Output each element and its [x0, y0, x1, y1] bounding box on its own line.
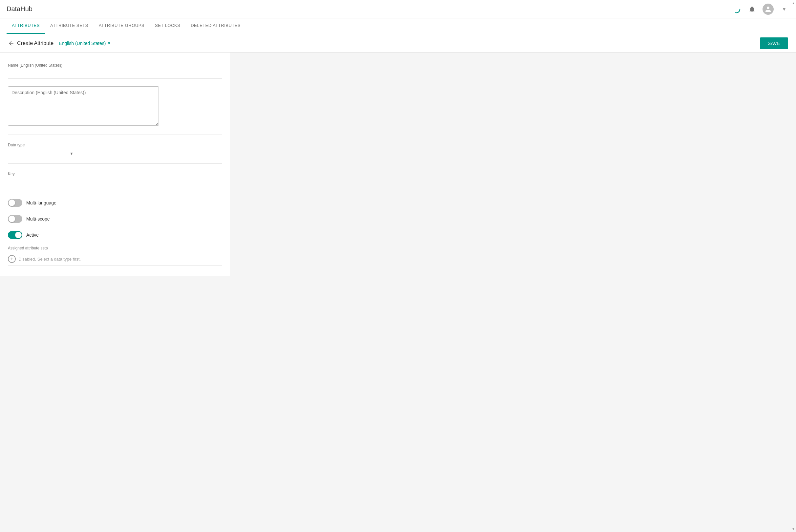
- multi-scope-label: Multi-scope: [26, 216, 50, 222]
- data-type-divider: [8, 164, 222, 164]
- name-input[interactable]: [8, 69, 222, 78]
- save-button[interactable]: SAVE: [760, 37, 788, 49]
- name-field-group: Name (English (United States)): [8, 63, 222, 78]
- multi-scope-toggle[interactable]: [8, 215, 22, 223]
- active-row: Active: [8, 227, 222, 243]
- name-label: Name (English (United States)): [8, 63, 222, 68]
- multi-language-label: Multi-language: [26, 200, 56, 206]
- assigned-sets-disabled-text: Disabled. Select a data type first.: [18, 256, 81, 262]
- nav-tabs: ATTRIBUTES ATTRIBUTE SETS ATTRIBUTE GROU…: [0, 18, 796, 34]
- data-type-field-group: Data type Text Number Boolean Date Selec…: [8, 143, 222, 158]
- key-input[interactable]: [8, 177, 113, 187]
- tab-attribute-sets[interactable]: ATTRIBUTE SETS: [45, 18, 94, 34]
- scrollbar: ▲ ▼: [791, 0, 796, 276]
- active-toggle[interactable]: [8, 231, 22, 239]
- loader-icon: [731, 4, 741, 15]
- add-set-button[interactable]: +: [8, 255, 16, 263]
- language-dropdown-arrow: ▼: [107, 41, 111, 45]
- active-label: Active: [26, 232, 39, 238]
- data-type-label: Data type: [8, 143, 222, 147]
- description-divider: [8, 135, 222, 135]
- tab-set-locks[interactable]: SET LOCKS: [150, 18, 186, 34]
- description-field-group: Description (English (United States)): [8, 86, 222, 127]
- notifications-icon[interactable]: [747, 4, 757, 15]
- data-type-select[interactable]: Text Number Boolean Date Select Multisel…: [8, 149, 74, 158]
- app-logo: DataHub: [6, 5, 731, 13]
- tab-deleted-attributes[interactable]: DELETED ATTRIBUTES: [186, 18, 246, 34]
- multi-scope-row: Multi-scope: [8, 211, 222, 227]
- user-avatar[interactable]: [762, 4, 774, 15]
- language-label: English (United States): [59, 41, 106, 46]
- key-field-group: Key: [8, 172, 222, 187]
- expand-icon[interactable]: ▼: [779, 4, 790, 15]
- tab-attribute-groups[interactable]: ATTRIBUTE GROUPS: [94, 18, 150, 34]
- svg-point-0: [733, 5, 740, 13]
- language-selector[interactable]: English (United States) ▼: [59, 41, 111, 46]
- scroll-up-arrow[interactable]: ▲: [792, 1, 795, 5]
- main-content: Name (English (United States)) Descripti…: [0, 53, 230, 276]
- multi-language-row: Multi-language: [8, 195, 222, 211]
- page-title: Create Attribute: [17, 40, 54, 46]
- multi-language-toggle[interactable]: [8, 199, 22, 207]
- assigned-sets-label: Assigned attribute sets: [8, 246, 222, 250]
- back-button[interactable]: [8, 40, 15, 46]
- assigned-sets-add-row: + Disabled. Select a data type first.: [8, 252, 222, 266]
- description-textarea[interactable]: [8, 86, 159, 126]
- key-label: Key: [8, 172, 222, 176]
- assigned-attribute-sets-section: Assigned attribute sets + Disabled. Sele…: [8, 246, 222, 266]
- tab-attributes[interactable]: ATTRIBUTES: [6, 18, 45, 34]
- page-header: Create Attribute English (United States)…: [0, 34, 796, 53]
